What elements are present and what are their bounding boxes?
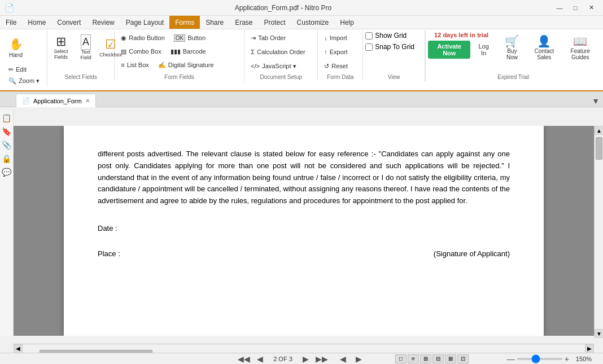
list-box-icon: ≡: [121, 62, 124, 68]
ok-button-icon: OK: [174, 34, 185, 42]
menu-erase[interactable]: Erase: [229, 16, 258, 29]
ribbon-section-document-setup: ⇥ Tab Order Σ Calculation Order </> Java…: [244, 30, 318, 81]
menu-share[interactable]: Share: [200, 16, 229, 29]
buy-now-btn[interactable]: 🛒 Buy Now: [498, 32, 526, 63]
app-form-tab[interactable]: 📄 Application_Form ✕: [16, 94, 96, 107]
text-field-icon: A: [81, 34, 91, 50]
ribbon-section-tools: ✋ Hand ✏ Edit 🔍 Zoom ▾: [2, 30, 47, 87]
digital-sig-btn[interactable]: ✍ Digital Signature: [154, 59, 218, 71]
view-continuous-btn[interactable]: ≡: [408, 354, 419, 363]
paragraph-text: different posts advertised. The relevant…: [98, 148, 510, 207]
activate-now-button[interactable]: Activate Now: [428, 41, 470, 59]
panel-icon-2[interactable]: 📎: [1, 139, 12, 151]
zoom-out-button[interactable]: —: [507, 354, 515, 363]
menu-page-layout[interactable]: Page Layout: [120, 16, 169, 29]
zoom-tool-button[interactable]: 🔍 Zoom ▾: [5, 76, 43, 86]
menu-convert[interactable]: Convert: [51, 16, 86, 29]
ribbon-section-select-fields: ⊞ SelectFields A TextField ☑ Checkbox Se…: [47, 30, 115, 81]
edit-tool-button[interactable]: ✏ Edit: [5, 64, 30, 74]
menu-customize[interactable]: Customize: [291, 16, 335, 29]
pdf-content: different posts advertised. The relevant…: [64, 126, 544, 336]
pdf-tab-icon: 📄: [22, 97, 30, 104]
guides-icon: 📖: [573, 34, 587, 48]
js-icon: </>: [251, 63, 260, 69]
list-box-btn[interactable]: ≡ List Box: [117, 59, 153, 71]
panel-icon-0[interactable]: 📋: [1, 112, 12, 124]
select-fields-icon: ⊞: [56, 34, 66, 49]
view-two-pages-btn[interactable]: ⊞: [420, 354, 431, 363]
scroll-down-button[interactable]: ▼: [595, 329, 603, 338]
import-btn[interactable]: ↓ Import: [320, 32, 360, 44]
tab-label: Application_Form: [33, 98, 82, 104]
contact-sales-btn[interactable]: 👤 Contact Sales: [527, 32, 561, 63]
maximize-button[interactable]: □: [568, 2, 583, 14]
nav-bar: ◀◀ ◀ 2 OF 3 ▶ ▶▶ ◀ ▶ □ ≡ ⊞ ⊟ ⊠ ⊡ — + 150…: [0, 353, 603, 364]
show-grid-item: Show Grid: [365, 32, 422, 40]
scroll-right-button[interactable]: ▶: [585, 344, 594, 353]
view-grid-btn[interactable]: ⊟: [432, 354, 444, 363]
scroll-thumb[interactable]: [596, 137, 602, 160]
text-field-button[interactable]: A TextField: [75, 32, 97, 63]
calculation-order-btn[interactable]: Σ Calculation Order: [247, 46, 315, 58]
next-nav-button[interactable]: ▶: [353, 354, 365, 364]
login-button[interactable]: Log In: [473, 41, 495, 59]
contact-icon: 👤: [537, 34, 551, 48]
import-icon: ↓: [324, 34, 327, 41]
radio-button-btn[interactable]: ◉ Radio Button: [117, 32, 169, 44]
barcode-icon: ▮▮▮: [171, 48, 181, 55]
panel-icon-4[interactable]: 💬: [1, 166, 12, 178]
edit-icon: ✏: [8, 66, 14, 73]
view-fullscreen-btn[interactable]: ⊡: [457, 354, 469, 363]
scroll-track: [595, 137, 603, 329]
hand-tool-button[interactable]: ✋ Hand: [5, 32, 27, 63]
view-single-btn[interactable]: □: [395, 354, 407, 363]
scroll-left-button[interactable]: ◀: [14, 344, 23, 353]
tab-dropdown-button[interactable]: ▼: [588, 97, 603, 106]
menu-review[interactable]: Review: [86, 16, 120, 29]
menu-forms[interactable]: Forms: [169, 16, 200, 29]
prev-nav-button[interactable]: ◀: [338, 354, 349, 364]
scroll-up-button[interactable]: ▲: [595, 126, 603, 135]
ribbon-section-view: Show Grid Snap To Grid View: [363, 30, 425, 81]
vertical-scrollbar: ▲ ▼: [594, 126, 603, 336]
zoom-in-button[interactable]: +: [565, 354, 569, 363]
ribbon-header: ✋ Hand ✏ Edit 🔍 Zoom ▾: [2, 30, 601, 87]
menu-protect[interactable]: Protect: [259, 16, 291, 29]
panel-icon-3[interactable]: 🔒: [1, 153, 12, 164]
feature-guides-btn[interactable]: 📖 Feature Guides: [562, 32, 598, 63]
tab-close-button[interactable]: ✕: [85, 98, 90, 104]
title-bar: 📄 Application_Form.pdf - Nitro Pro — □ ✕: [0, 0, 603, 16]
panel-icon-1[interactable]: 🔖: [1, 126, 12, 137]
combo-box-btn[interactable]: ▤ Combo Box: [117, 45, 165, 58]
zoom-level: 150%: [571, 356, 592, 362]
show-grid-checkbox[interactable]: [365, 32, 373, 40]
next-page-button[interactable]: ▶: [300, 354, 312, 364]
menu-home[interactable]: Home: [22, 16, 51, 29]
app-title: Application_Form.pdf - Nitro Pro: [14, 4, 552, 12]
barcode-btn[interactable]: ▮▮▮ Barcode: [167, 45, 210, 58]
digital-sig-icon: ✍: [158, 62, 166, 69]
menu-file[interactable]: File: [0, 16, 22, 29]
first-page-button[interactable]: ◀◀: [238, 354, 250, 364]
snap-to-grid-item: Snap To Grid: [365, 43, 422, 51]
snap-to-grid-checkbox[interactable]: [365, 43, 373, 51]
zoom-slider[interactable]: [517, 358, 562, 360]
export-btn[interactable]: ↑ Export: [320, 46, 360, 58]
last-page-button[interactable]: ▶▶: [316, 354, 327, 364]
pdf-page: different posts advertised. The relevant…: [14, 126, 594, 336]
close-button[interactable]: ✕: [584, 2, 598, 14]
reset-btn[interactable]: ↺ Reset: [320, 60, 360, 72]
javascript-btn[interactable]: </> JavaScript ▾: [247, 60, 315, 72]
menu-bar: File Home Convert Review Page Layout For…: [0, 16, 603, 29]
calc-order-icon: Σ: [251, 49, 255, 55]
ribbon-section-form-data: ↓ Import ↑ Export ↺ Reset Form Data: [318, 30, 363, 81]
combo-box-icon: ▤: [121, 48, 126, 55]
view-thumb-btn[interactable]: ⊠: [445, 354, 456, 363]
tab-order-btn[interactable]: ⇥ Tab Order: [247, 32, 315, 44]
button-btn[interactable]: OK Button: [170, 32, 209, 44]
minimize-button[interactable]: —: [552, 2, 567, 14]
prev-page-button[interactable]: ◀: [254, 354, 265, 364]
ribbon-section-form-fields: ◉ Radio Button OK Button ▤ Combo Box ▮▮▮: [115, 30, 244, 81]
menu-help[interactable]: Help: [334, 16, 360, 29]
select-fields-button[interactable]: ⊞ SelectFields: [50, 32, 72, 63]
